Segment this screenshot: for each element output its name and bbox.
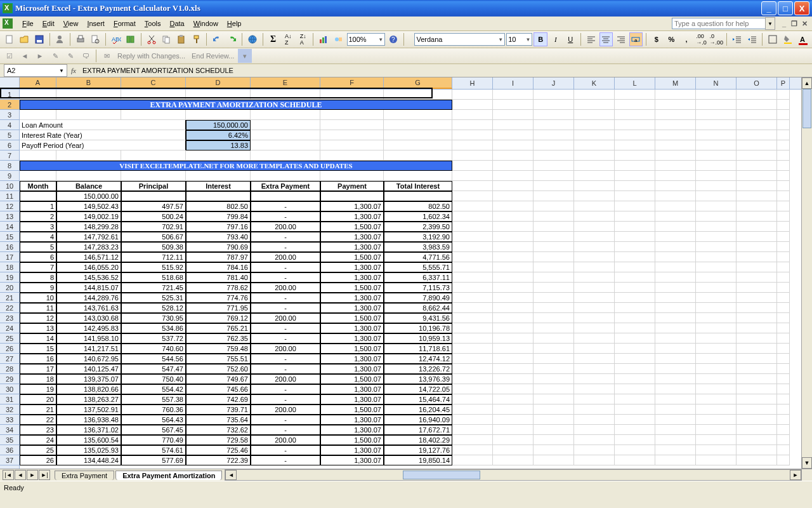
window-titlebar: Microsoft Excel - Extra Payment Calculat… [0,0,812,17]
menu-edit[interactable]: Edit [38,18,59,29]
chart-wizard-button[interactable] [317,32,331,46]
svg-rect-0 [6,36,12,43]
help-search-input[interactable] [672,18,766,29]
doc-close-button[interactable]: ✕ [800,19,809,28]
menu-view[interactable]: View [59,18,83,29]
vertical-scrollbar[interactable]: ▲ ▼ [801,77,812,469]
tab-nav-last-button[interactable]: ►| [39,470,50,480]
vscroll-thumb[interactable] [802,89,811,128]
window-close-button[interactable]: X [794,1,809,15]
merge-center-button[interactable]: a [629,32,643,46]
svg-rect-15 [178,36,184,43]
menu-help[interactable]: Help [223,18,246,29]
sheet-tab-amortization[interactable]: Extra Payment Amortization [115,471,222,480]
name-box[interactable]: A2▼ [4,64,67,77]
copy-button[interactable] [160,32,174,46]
window-title: Microsoft Excel - Extra Payment Calculat… [15,3,200,13]
bold-button[interactable]: B [534,32,547,46]
tab-nav-first-button[interactable]: |◄ [3,470,14,480]
doc-minimize-button[interactable]: _ [780,19,789,28]
paste-button[interactable] [174,32,188,46]
tab-nav-next-button[interactable]: ► [27,470,38,480]
underline-button[interactable]: U [563,32,577,46]
horizontal-scrollbar[interactable]: ◄ ► [225,469,802,481]
decrease-decimal-button[interactable]: .0→.00 [709,32,723,46]
column-headers[interactable]: ABCDEFGHIJKLMNOP [20,77,801,90]
increase-decimal-button[interactable]: .00→.0 [695,32,709,46]
sheet-tab-extra-payment[interactable]: Extra Payment [55,471,114,480]
window-minimize-button[interactable]: _ [761,1,776,15]
zoom-combo[interactable]: 100%▼ [347,33,386,46]
autosum-button[interactable]: Σ [266,32,280,46]
standard-toolbar: ABC Σ A↓Z Z↓A 100%▼ ? Verdana▼ 10▼ B I U… [0,31,812,48]
cut-button[interactable] [145,32,159,46]
next-change-button[interactable]: ► [33,49,47,63]
toolbar-options-button[interactable]: ▾ [238,49,252,63]
spelling-button[interactable]: ABC [109,32,123,46]
scroll-up-button[interactable]: ▲ [802,77,812,89]
save-button[interactable] [32,32,46,46]
align-right-button[interactable] [614,32,628,46]
font-combo[interactable]: Verdana▼ [414,33,505,46]
menu-tools[interactable]: Tools [140,18,166,29]
menu-format[interactable]: Format [109,18,140,29]
reject-change-button[interactable]: ✎ [63,49,77,63]
formula-input[interactable]: EXTRA PAYMENT AMORTIZATION SCHEDULE [80,67,812,74]
scroll-left-button[interactable]: ◄ [225,470,237,480]
scroll-right-button[interactable]: ► [790,470,801,480]
redo-button[interactable] [225,32,239,46]
drawing-button[interactable] [332,32,346,46]
align-left-button[interactable] [584,32,598,46]
menu-data[interactable]: Data [165,18,188,29]
hyperlink-button[interactable] [246,32,259,46]
print-preview-button[interactable] [89,32,103,46]
menu-bar: FileEditViewInsertFormatToolsDataWindowH… [0,17,812,31]
align-center-button[interactable] [599,32,613,46]
row-headers[interactable]: 1234567891011121314151617181920212223242… [0,90,20,469]
window-maximize-button[interactable]: □ [778,1,793,15]
currency-button[interactable]: $ [650,32,664,46]
research-button[interactable] [124,32,138,46]
help-dropdown-icon[interactable]: ▼ [765,17,775,30]
menu-file[interactable]: File [18,18,38,29]
svg-rect-20 [320,39,322,43]
doc-icon[interactable] [3,18,13,29]
help-button[interactable]: ? [386,32,400,46]
decrease-indent-button[interactable] [730,32,744,46]
menu-insert[interactable]: Insert [82,18,109,29]
accept-change-button[interactable]: ✎ [48,49,62,63]
svg-text:?: ? [391,36,395,43]
menu-window[interactable]: Window [189,18,223,29]
fill-color-button[interactable] [781,32,795,46]
tab-nav-prev-button[interactable]: ◄ [15,470,26,480]
end-review-button[interactable]: End Review... [189,52,237,60]
previous-change-button[interactable]: ◄ [18,49,32,63]
permission-button[interactable] [53,32,67,46]
send-mail-button[interactable]: ✉ [100,49,114,63]
comma-button[interactable]: , [679,32,693,46]
reply-changes-button[interactable]: Reply with Changes... [115,52,188,60]
new-button[interactable] [3,32,16,46]
sort-asc-button[interactable]: A↓Z [281,32,295,46]
italic-button[interactable]: I [549,32,563,46]
increase-indent-button[interactable] [745,32,759,46]
cell-grid[interactable]: EXTRA PAYMENT AMORTIZATION SCHEDULELoan … [20,90,801,469]
doc-restore-button[interactable]: ❐ [790,19,799,28]
scroll-down-button[interactable]: ▼ [802,457,812,469]
format-painter-button[interactable] [190,32,204,46]
percent-button[interactable]: % [665,32,679,46]
open-button[interactable] [18,32,32,46]
fx-icon[interactable]: fx [67,67,80,74]
sort-desc-button[interactable]: Z↓A [296,32,310,46]
borders-button[interactable] [766,32,780,46]
insert-comment-button[interactable]: 🗨 [79,49,93,63]
show-changes-button[interactable]: ☑ [3,49,16,63]
print-button[interactable] [74,32,88,46]
hscroll-thumb[interactable] [403,471,480,479]
undo-button[interactable] [210,32,224,46]
svg-rect-29 [769,36,776,43]
svg-rect-6 [92,36,97,43]
font-size-combo[interactable]: 10▼ [506,33,532,46]
font-color-button[interactable]: A [796,32,809,46]
select-all-corner[interactable] [0,77,20,90]
